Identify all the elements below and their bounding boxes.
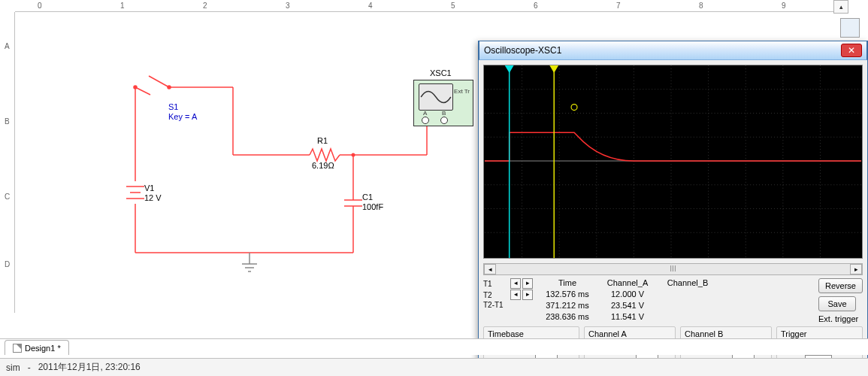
vsource-name[interactable]: V1 <box>144 183 154 193</box>
switch-name[interactable]: S1 <box>168 102 178 111</box>
resistor-value[interactable]: 6.19Ω <box>312 161 334 170</box>
t1-cha-value: 12.000 V <box>597 290 658 301</box>
status-bar: sim - 2011年12月1日, 23:20:16 <box>0 358 868 376</box>
reverse-button[interactable]: Reverse <box>818 278 863 293</box>
t2-left-button[interactable]: ◂ <box>510 290 521 300</box>
resistor-name[interactable]: R1 <box>317 136 328 145</box>
t1-left-button[interactable]: ◂ <box>510 278 521 289</box>
readout-cha-header: Channel_A <box>597 278 658 290</box>
status-timestamp: 2011年12月1日, 23:20:16 <box>38 361 141 374</box>
svg-marker-45 <box>505 65 514 73</box>
readout-chb-header: Channel_B <box>658 278 718 290</box>
cursor-t1-label: T1 <box>483 280 509 288</box>
scroll-up-button[interactable]: ▴ <box>833 0 848 14</box>
ruler-vertical: A B C D <box>0 12 15 313</box>
cha-title: Channel A <box>588 329 671 338</box>
scope-horizontal-scrollbar[interactable]: ◂ III ▸ <box>483 263 863 275</box>
chb-title: Channel B <box>685 329 767 338</box>
timebase-title: Timebase <box>488 329 575 338</box>
ruler-horizontal: 0 1 2 3 4 5 6 7 8 9 <box>15 0 842 12</box>
oscilloscope-title: Oscilloscope-XSC1 <box>484 45 839 56</box>
design-tab-bar: Design1 * <box>0 338 868 355</box>
tab-label: Design1 * <box>25 344 61 353</box>
diff-chb-value <box>658 312 718 323</box>
workspace: 0 1 2 3 4 5 6 7 8 9 A B C D <box>0 0 868 376</box>
t2-time-value: 371.212 ms <box>537 301 597 312</box>
tab-design1[interactable]: Design1 * <box>5 340 69 355</box>
vsource-value[interactable]: 12 V <box>144 193 162 202</box>
t2-cha-value: 23.541 V <box>597 301 658 312</box>
oscilloscope-display[interactable] <box>483 65 863 259</box>
cursor-t2-label: T2 <box>483 291 509 299</box>
status-sep: - <box>28 362 31 373</box>
oscilloscope-titlebar[interactable]: Oscilloscope-XSC1 ✕ <box>479 41 867 60</box>
readout-time-header: Time <box>537 278 597 290</box>
status-app: sim <box>6 362 20 373</box>
svg-point-12 <box>134 86 137 89</box>
t2-right-button[interactable]: ▸ <box>522 290 533 300</box>
scope-cursor-readout: T1 ◂ ▸ T2 ◂ ▸ T2-T1 Time Channel_A Chann… <box>483 278 863 323</box>
svg-point-48 <box>571 105 577 111</box>
toolbox-icon[interactable] <box>840 18 860 38</box>
svg-line-14 <box>149 76 169 87</box>
svg-point-23 <box>352 153 355 157</box>
scope-ext-label: Ext Tr <box>454 88 470 95</box>
scope-ref-label[interactable]: XSC1 <box>430 68 452 77</box>
oscilloscope-window[interactable]: Oscilloscope-XSC1 ✕ <box>478 41 868 376</box>
file-icon <box>13 344 22 353</box>
scope-port-a[interactable] <box>422 117 429 124</box>
scroll-left-icon[interactable]: ◂ <box>484 264 496 274</box>
diff-cha-value: 11.541 V <box>597 312 658 323</box>
svg-marker-47 <box>549 65 558 73</box>
trigger-title: Trigger <box>781 329 858 338</box>
switch-key[interactable]: Key = A <box>168 112 197 121</box>
close-icon[interactable]: ✕ <box>841 44 862 57</box>
scope-instrument-icon[interactable]: Ext Tr A B <box>413 80 473 126</box>
t1-time-value: 132.576 ms <box>537 290 597 301</box>
t1-chb-value <box>658 290 718 301</box>
capacitor-name[interactable]: C1 <box>362 193 373 202</box>
capacitor-value[interactable]: 100fF <box>362 202 383 211</box>
ext-trigger-label: Ext. trigger <box>818 314 858 323</box>
scroll-right-icon[interactable]: ▸ <box>850 264 862 274</box>
save-button[interactable]: Save <box>818 296 856 311</box>
diff-time-value: 238.636 ms <box>537 312 597 323</box>
scope-mini-screen <box>419 83 453 111</box>
cursor-diff-label: T2-T1 <box>483 301 509 309</box>
t1-right-button[interactable]: ▸ <box>522 278 533 289</box>
svg-line-9 <box>135 87 150 95</box>
t2-chb-value <box>658 301 718 312</box>
scope-port-b[interactable] <box>440 117 448 124</box>
scope-grid <box>484 65 862 258</box>
